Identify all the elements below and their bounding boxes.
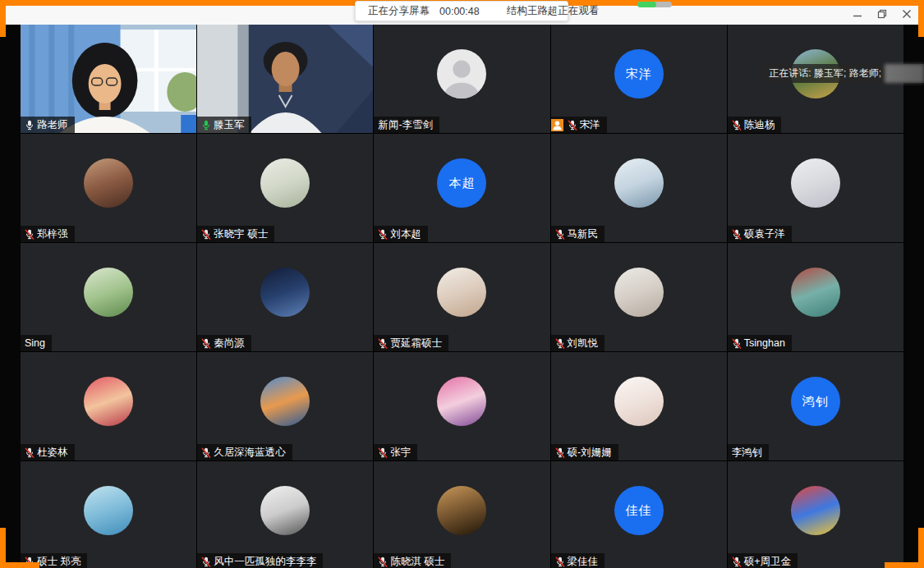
volume-indicator[interactable] bbox=[637, 2, 672, 7]
name-label: 陈晓淇 硕士 bbox=[374, 553, 451, 568]
participant-name: 久居深海蓝透心 bbox=[214, 446, 286, 459]
avatar-photo bbox=[437, 377, 486, 426]
avatar-photo bbox=[84, 158, 133, 208]
participant-tile[interactable]: 杜姿林 bbox=[21, 352, 196, 460]
participant-tile[interactable]: 刘凯悦 bbox=[551, 243, 727, 351]
participant-name: Tsinghan bbox=[744, 337, 785, 350]
name-label: 秦尚源 bbox=[197, 335, 251, 351]
participant-tile[interactable]: 郑梓强 bbox=[21, 134, 196, 242]
participant-name: 贾延霜硕士 bbox=[390, 337, 442, 350]
mic-muted-icon bbox=[201, 557, 211, 567]
sharing-label: 正在分享屏幕 bbox=[368, 4, 430, 18]
mic-muted-icon bbox=[732, 338, 742, 349]
participant-tile[interactable]: 久居深海蓝透心 bbox=[197, 352, 373, 460]
participant-name: 硕士 郑亮 bbox=[37, 555, 80, 568]
participant-tile[interactable]: 秦尚源 bbox=[197, 243, 373, 351]
participant-name: Sing bbox=[25, 337, 45, 350]
avatar-photo bbox=[614, 268, 664, 317]
participant-name: 刘凯悦 bbox=[568, 337, 599, 350]
share-timer: 00:00:48 bbox=[439, 6, 480, 17]
mic-muted-icon bbox=[201, 338, 211, 349]
name-label: 陈迪杨 bbox=[728, 117, 782, 133]
participant-name: 秦尚源 bbox=[214, 337, 245, 350]
participant-tile[interactable]: 滕玉军 bbox=[197, 25, 373, 133]
avatar-photo bbox=[791, 268, 840, 317]
volume-indicator-fill bbox=[637, 2, 656, 7]
mic-muted-icon bbox=[201, 229, 211, 240]
mic-muted-icon bbox=[555, 229, 565, 240]
mic-muted-icon bbox=[378, 447, 388, 458]
meeting-window: 正在分享屏幕 00:00:48 结构王路超正在观看 路老师滕玉军新闻-李雪剑宋洋… bbox=[0, 0, 924, 568]
window-controls bbox=[847, 7, 917, 21]
participant-tile[interactable]: Tsinghan bbox=[728, 243, 903, 351]
minimize-button[interactable] bbox=[847, 7, 867, 21]
participant-name: 硕+周卫金 bbox=[744, 555, 791, 568]
restore-button[interactable] bbox=[871, 7, 892, 21]
participant-name: 路老师 bbox=[37, 118, 68, 131]
name-label: Sing bbox=[21, 335, 52, 351]
participant-tile[interactable]: 佳佳梁佳佳 bbox=[551, 461, 727, 568]
participant-tile[interactable]: 马新民 bbox=[551, 134, 727, 242]
avatar-photo bbox=[791, 158, 840, 208]
participant-name: 张宇 bbox=[390, 446, 411, 459]
avatar-initials: 鸿钊 bbox=[791, 377, 840, 426]
participant-grid: 路老师滕玉军新闻-李雪剑宋洋宋洋陈迪杨郑梓强张晓宇 硕士本超刘本超马新民硕袁子洋… bbox=[21, 25, 903, 568]
participant-tile[interactable]: 宋洋宋洋 bbox=[551, 25, 727, 133]
participant-tile[interactable]: 路老师 bbox=[21, 25, 196, 133]
mic-muted-icon bbox=[378, 557, 388, 567]
avatar-photo bbox=[614, 158, 664, 208]
share-border-right-top bbox=[918, 0, 924, 37]
participant-tile[interactable]: 贾延霜硕士 bbox=[374, 243, 549, 351]
speaking-tooltip: 正在讲话: 滕玉军; 路老师; bbox=[761, 64, 924, 83]
participant-tile[interactable]: 鸿钊李鸿钊 bbox=[728, 352, 903, 460]
mic-muted-icon bbox=[25, 447, 34, 458]
close-button[interactable] bbox=[896, 7, 917, 21]
participant-name: 张晓宇 硕士 bbox=[214, 227, 268, 240]
name-label: 新闻-李雪剑 bbox=[374, 117, 439, 133]
participant-name: 李鸿钊 bbox=[732, 446, 763, 459]
participant-name: 杜姿林 bbox=[37, 446, 68, 459]
participant-tile[interactable]: 硕+周卫金 bbox=[728, 461, 903, 568]
restore-icon bbox=[877, 9, 887, 19]
participant-name: 梁佳佳 bbox=[568, 555, 599, 568]
participant-tile[interactable]: 陈晓淇 硕士 bbox=[374, 461, 549, 568]
mic-muted-icon bbox=[732, 120, 742, 131]
name-label: 硕-刘姗姗 bbox=[551, 444, 618, 460]
name-label: 贾延霜硕士 bbox=[374, 335, 448, 351]
avatar-photo bbox=[791, 486, 840, 535]
participant-tile[interactable]: 硕-刘姗姗 bbox=[551, 352, 727, 460]
participant-tile[interactable]: 硕士 郑亮 bbox=[21, 461, 196, 568]
participant-tile[interactable]: 张宇 bbox=[374, 352, 549, 460]
participant-tile[interactable]: 风中一匹孤独的李李李 bbox=[197, 461, 373, 568]
share-border-left-top bbox=[0, 0, 6, 37]
participant-tile[interactable]: 新闻-李雪剑 bbox=[374, 25, 549, 133]
avatar-photo bbox=[437, 486, 486, 535]
participant-name: 宋洋 bbox=[580, 118, 600, 131]
name-label: 刘凯悦 bbox=[551, 335, 605, 351]
participant-tile[interactable]: 硕袁子洋 bbox=[728, 134, 903, 242]
name-label: 马新民 bbox=[551, 226, 605, 242]
host-badge-icon bbox=[551, 119, 563, 131]
avatar-placeholder bbox=[437, 49, 486, 98]
avatar-initials: 佳佳 bbox=[614, 486, 664, 535]
avatar-photo bbox=[260, 377, 310, 426]
name-label: 硕袁子洋 bbox=[728, 226, 792, 242]
name-label: 梁佳佳 bbox=[551, 553, 605, 568]
participant-name: 硕-刘姗姗 bbox=[568, 446, 612, 459]
avatar-photo bbox=[614, 377, 664, 426]
avatar-photo bbox=[260, 268, 310, 317]
avatar-initials: 本超 bbox=[437, 158, 486, 208]
mic-active-icon bbox=[201, 120, 211, 131]
name-label: 郑梓强 bbox=[21, 226, 75, 242]
participant-tile[interactable]: 本超刘本超 bbox=[374, 134, 549, 242]
participant-tile[interactable]: 张晓宇 硕士 bbox=[197, 134, 373, 242]
share-status-bar[interactable]: 正在分享屏幕 00:00:48 结构王路超正在观看 bbox=[355, 1, 568, 21]
avatar-photo bbox=[84, 377, 133, 426]
blurred-cursor-blob bbox=[885, 64, 924, 83]
mic-muted-icon bbox=[201, 447, 211, 458]
name-label: 李鸿钊 bbox=[728, 444, 770, 460]
avatar-photo bbox=[260, 486, 310, 535]
avatar-photo bbox=[437, 268, 486, 317]
close-icon bbox=[902, 9, 912, 19]
participant-tile[interactable]: Sing bbox=[21, 243, 196, 351]
